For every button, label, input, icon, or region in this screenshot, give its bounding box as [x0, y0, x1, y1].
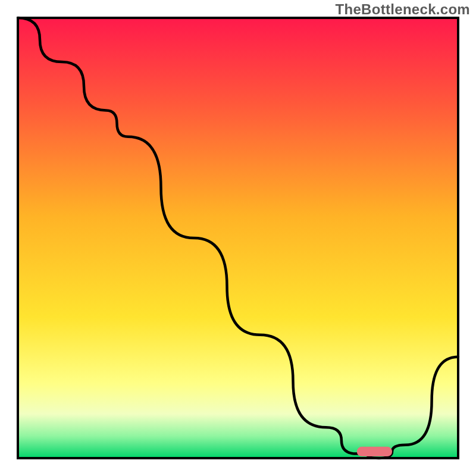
bottleneck-chart — [0, 0, 476, 476]
optimal-zone-marker — [357, 447, 392, 456]
